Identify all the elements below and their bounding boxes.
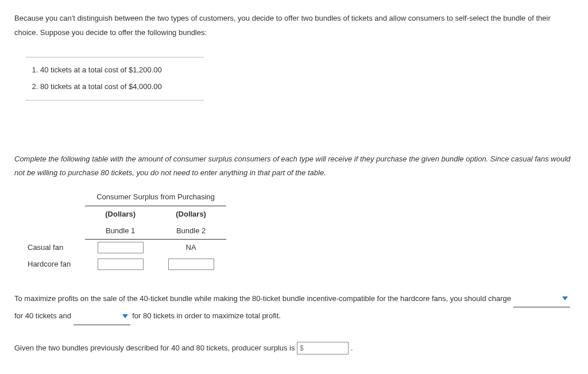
table-instruction: Complete the following table with the am… (14, 152, 574, 180)
hardcore-bundle1-input[interactable] (98, 259, 144, 270)
table-title: Consumer Surplus from Purchasing (85, 189, 226, 206)
producer-surplus-input[interactable] (297, 342, 349, 354)
hardcore-bundle2-input[interactable] (168, 259, 214, 270)
bundle-item-1: 40 tickets at a total cost of $1,200.00 (40, 62, 204, 79)
col2-label: Bundle 2 (156, 223, 226, 240)
paragraph-2: Given the two bundles previously describ… (14, 340, 574, 357)
paragraph-1: To maximize profits on the sale of the 4… (14, 290, 574, 326)
p2-text-b: . (351, 344, 353, 352)
charge-80-alt-dropdown[interactable] (406, 371, 463, 374)
p2-text-a: Given the two bundles previously describ… (14, 344, 297, 352)
col1-label: Bundle 1 (85, 223, 156, 240)
charge-30-alt-dropdown[interactable] (288, 371, 345, 374)
chevron-down-icon (122, 314, 128, 318)
paragraph-3: Instead, suppose you offer bundles of 30… (14, 371, 574, 374)
bundle-list-box: 40 tickets at a total cost of $1,200.00 … (26, 57, 204, 100)
charge-80-dropdown[interactable] (74, 307, 130, 325)
casual-bundle1-input[interactable] (98, 242, 144, 253)
consumer-surplus-table: Consumer Surplus from Purchasing (Dollar… (23, 189, 226, 272)
col1-unit: (Dollars) (85, 206, 156, 222)
row-casual-label: Casual fan (23, 240, 85, 256)
casual-bundle2-na: NA (156, 240, 226, 256)
p1-text-c: for 80 tickets in order to maximize tota… (132, 311, 281, 320)
bundle-item-2: 80 tickets at a total cost of $4,000.00 (40, 79, 204, 95)
p1-text-b: for 40 tickets and (14, 311, 74, 320)
charge-40-dropdown[interactable] (513, 290, 570, 308)
row-hardcore-label: Hardcore fan (23, 256, 85, 273)
p1-text-a: To maximize profits on the sale of the 4… (14, 294, 513, 303)
chevron-down-icon (562, 296, 568, 300)
intro-text: Because you can't distinguish between th… (14, 11, 574, 40)
col2-unit: (Dollars) (156, 206, 226, 222)
